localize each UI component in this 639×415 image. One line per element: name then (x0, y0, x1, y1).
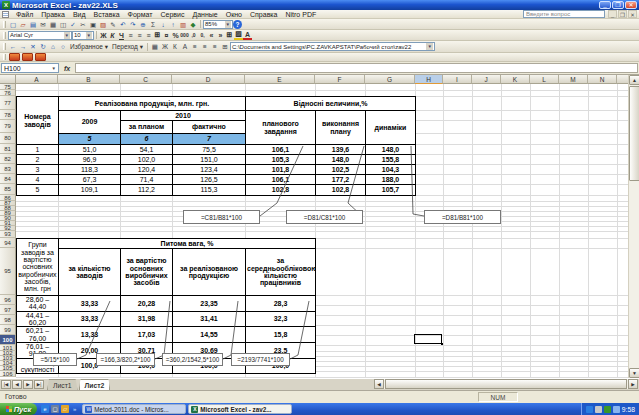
row-header-99[interactable]: 99 (0, 325, 16, 335)
minimize-workbook-button[interactable]: _ (608, 10, 617, 18)
chart-wizard-icon[interactable]: ▥ (178, 20, 188, 29)
scroll-up-button[interactable]: ▲ (629, 75, 639, 85)
copy-icon[interactable]: ▣ (88, 20, 98, 29)
horizontal-scrollbar[interactable]: ◀ ▶ (374, 379, 638, 389)
column-header-M[interactable]: M (559, 75, 588, 84)
thousands-icon[interactable]: 000 (180, 32, 189, 38)
row-header-98[interactable]: 98 (0, 315, 16, 325)
column-header-D[interactable]: D (172, 75, 245, 84)
formula-callout-4[interactable]: =166,3/820,2*100 (96, 353, 155, 366)
cell[interactable]: 148,0 (316, 155, 366, 165)
web-table-icon[interactable]: ▦ (150, 42, 160, 51)
nitro-pdf-2-icon[interactable] (22, 53, 33, 61)
formula-callout-5[interactable]: =360,2/1542,5*100 (162, 353, 223, 366)
cell[interactable]: 106,1 (246, 145, 316, 155)
tray-icon-3[interactable] (604, 406, 611, 413)
row-header-106[interactable]: 106 (0, 371, 16, 377)
cell[interactable]: 104,3 (366, 165, 416, 175)
formula-callout-1[interactable]: =D81/C81*100 (286, 210, 363, 224)
cell[interactable]: 17,03 (121, 327, 173, 343)
toolbar-handle[interactable] (3, 32, 6, 39)
web-font-icon[interactable]: А (180, 42, 190, 51)
cell[interactable]: 15,8 (246, 327, 316, 343)
percent-icon[interactable]: % (171, 32, 180, 39)
cell[interactable]: 71,4 (121, 175, 173, 185)
formula-callout-6[interactable]: =2193/7741*100 (231, 353, 290, 366)
toolbar-handle[interactable] (3, 43, 6, 51)
cell[interactable]: 102,8 (316, 185, 366, 196)
menu-вставка[interactable]: Вставка (90, 11, 124, 18)
forward-icon[interactable]: → (18, 42, 28, 51)
cell[interactable]: 44,41 – 60,20 (17, 311, 59, 327)
bold-icon[interactable]: Ж (99, 32, 108, 39)
increase-decimal-icon[interactable]: ,0 (189, 32, 198, 38)
workbook-icon[interactable] (2, 11, 9, 18)
go-menu[interactable]: Переход ▾ (110, 43, 145, 51)
worksheet-grid[interactable]: ▲ ▼ ABCDEFGHIJKLMNO757677787980818283848… (0, 75, 639, 378)
cell[interactable]: 102,8 (246, 185, 316, 196)
currency-icon[interactable]: ¤ (162, 32, 171, 39)
column-header-B[interactable]: B (58, 75, 120, 84)
nitro-pdf-3-icon[interactable] (35, 53, 46, 61)
stop-icon[interactable]: ✕ (28, 42, 38, 51)
table1-header-2009[interactable]: 2009 (59, 111, 121, 134)
cell[interactable]: 177,2 (316, 175, 366, 185)
table2-header-0[interactable]: за кількістю заводів (59, 249, 121, 296)
increase-indent-icon[interactable]: » (216, 32, 225, 39)
cell[interactable]: 60,21 – 76,00 (17, 327, 59, 343)
table1-colnum-5[interactable]: 5 (59, 134, 121, 145)
table2-header-3[interactable]: за середньообліковою кількістю працівник… (246, 249, 316, 296)
column-header-N[interactable]: N (588, 75, 617, 84)
cell[interactable]: 75,5 (173, 145, 246, 155)
vertical-scroll-thumb[interactable] (629, 86, 639, 181)
refresh-icon[interactable]: ↻ (38, 42, 48, 51)
scroll-down-button[interactable]: ▼ (629, 368, 639, 378)
column-header-I[interactable]: I (443, 75, 472, 84)
ask-question-input[interactable]: Введите вопрос (523, 10, 605, 18)
align-center-icon[interactable]: ≡ (135, 32, 144, 39)
name-box-dropdown-icon[interactable]: ▼ (52, 66, 56, 71)
row-header-83[interactable]: 83 (0, 164, 16, 174)
cell[interactable]: 109,1 (59, 185, 121, 196)
underline-icon[interactable]: Ч (117, 32, 126, 39)
menu-формат[interactable]: Формат (124, 11, 157, 18)
menu-данные[interactable]: Данные (188, 11, 221, 18)
name-box[interactable]: H100 ▼ (1, 63, 59, 73)
column-header-C[interactable]: C (120, 75, 172, 84)
column-header-K[interactable]: K (501, 75, 530, 84)
web-italic-icon[interactable]: К (170, 42, 180, 51)
table1-header-relative-values[interactable]: Відносні величини,% (246, 97, 416, 111)
back-icon[interactable]: ← (8, 42, 18, 51)
row-header-81[interactable]: 81 (0, 144, 16, 154)
prev-sheet-button[interactable]: ◀ (12, 380, 22, 389)
table1-header-plan-exec[interactable]: виконання плану (316, 111, 366, 145)
cell[interactable]: 13,33 (59, 327, 121, 343)
table2-header-1[interactable]: за вартістю основних виробничих засобів (121, 249, 173, 296)
taskbar-task-0[interactable]: WMetod-2011.doc - Micros... (82, 404, 186, 414)
web-align-center-icon[interactable]: ≡ (200, 42, 210, 51)
search-icon[interactable]: ○ (58, 42, 68, 51)
favorites-menu[interactable]: Избранное ▾ (68, 43, 110, 51)
cell[interactable]: 106,1 (246, 175, 316, 185)
minimize-button[interactable]: _ (599, 1, 611, 9)
selected-cell-H100[interactable] (414, 334, 442, 344)
font-color-icon[interactable]: А (243, 31, 252, 40)
column-header-J[interactable]: J (472, 75, 501, 84)
cell[interactable]: 118,3 (59, 165, 121, 175)
formula-callout-0[interactable]: =C81/B81*100 (183, 210, 260, 224)
help-button[interactable]: ? (233, 20, 242, 29)
table1-header-actual[interactable]: фактично (173, 121, 246, 134)
row-header-94[interactable]: 94 (0, 238, 16, 248)
cell[interactable]: 54,1 (121, 145, 173, 155)
scroll-left-button[interactable]: ◀ (374, 379, 384, 389)
internet-explorer-icon[interactable]: e (41, 405, 49, 413)
web-align-right-icon[interactable]: ≡ (210, 42, 220, 51)
row-header-93[interactable]: 93 (0, 231, 16, 238)
row-header-97[interactable]: 97 (0, 305, 16, 315)
cell[interactable]: 139,6 (316, 145, 366, 155)
menu-nitro-pdf[interactable]: Nitro PDF (281, 11, 320, 18)
column-header-E[interactable]: E (245, 75, 315, 84)
table1-colnum-6[interactable]: 6 (121, 134, 173, 145)
cell[interactable]: 28,60 – 44,40 (17, 296, 59, 312)
autosum-icon[interactable]: Σ (148, 20, 158, 29)
